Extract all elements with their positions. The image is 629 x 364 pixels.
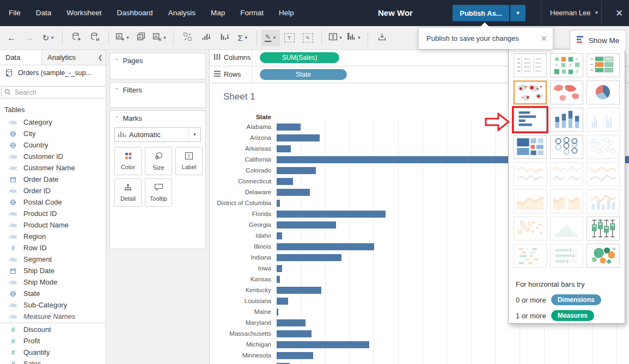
undo-button[interactable]: ← bbox=[2, 30, 21, 46]
bar-minnesota[interactable] bbox=[277, 352, 313, 359]
menu-item-data[interactable]: Data bbox=[28, 0, 59, 26]
menu-item-analysis[interactable]: Analysis bbox=[161, 0, 203, 26]
field-product-name[interactable]: AbcProduct Name bbox=[0, 219, 106, 231]
publish-button-label[interactable]: Publish As... bbox=[453, 5, 509, 21]
bar-arizona[interactable] bbox=[277, 134, 320, 141]
menu-item-help[interactable]: Help bbox=[271, 0, 302, 26]
menu-item-map[interactable]: Map bbox=[203, 0, 233, 26]
pages-card[interactable]: ⌃Pages bbox=[109, 53, 206, 79]
field-segment[interactable]: AbcSegment bbox=[0, 254, 106, 265]
bar-maine[interactable] bbox=[277, 309, 278, 316]
label-button[interactable]: TLabel bbox=[175, 147, 203, 175]
sort-ascending-button[interactable] bbox=[197, 30, 215, 46]
detail-button[interactable]: Detail bbox=[114, 178, 142, 207]
showme-box-and-whisker[interactable] bbox=[587, 217, 620, 240]
menu-item-dashboard[interactable]: Dashboard bbox=[109, 0, 161, 26]
bar-maryland[interactable] bbox=[277, 319, 306, 326]
field-country[interactable]: Country bbox=[0, 139, 106, 151]
showme-highlight-table[interactable] bbox=[550, 53, 583, 77]
field-region[interactable]: AbcRegion bbox=[0, 231, 106, 242]
field-state[interactable]: State bbox=[0, 288, 106, 299]
field-postal-code[interactable]: Postal Code bbox=[0, 196, 106, 208]
collapse-caret-icon[interactable]: ⌃ bbox=[114, 115, 119, 121]
fit-button[interactable]: ▼ bbox=[326, 30, 345, 46]
showme-pie-chart[interactable] bbox=[587, 81, 620, 104]
field-city[interactable]: City bbox=[0, 128, 106, 139]
showme-horizontal-bars[interactable] bbox=[514, 108, 547, 132]
bar-connecticut[interactable] bbox=[277, 178, 293, 185]
showme-packed-bubbles[interactable] bbox=[587, 244, 620, 268]
showme-treemap[interactable] bbox=[514, 135, 547, 159]
add-data-source-button[interactable] bbox=[67, 30, 86, 46]
bar-alabama[interactable] bbox=[277, 124, 301, 131]
field-sub-category[interactable]: AbcSub-Category bbox=[0, 299, 106, 311]
pause-auto-updates-button[interactable] bbox=[86, 30, 104, 46]
showme-stacked-bars[interactable] bbox=[550, 108, 583, 132]
show-mark-labels-button[interactable]: T bbox=[280, 30, 298, 46]
highlight-button[interactable]: ✎▼ bbox=[261, 30, 280, 46]
clear-sheet-button[interactable]: ▼ bbox=[150, 30, 169, 46]
field-order-date[interactable]: Order Date bbox=[0, 174, 106, 185]
download-button[interactable] bbox=[372, 30, 391, 46]
show-me-button[interactable]: Show Me bbox=[570, 30, 626, 50]
field-customer-id[interactable]: AbcCustomer ID bbox=[0, 151, 106, 162]
bar-michigan[interactable] bbox=[277, 341, 369, 348]
swap-rows-columns-button[interactable] bbox=[178, 30, 197, 46]
field-order-id[interactable]: AbcOrder ID bbox=[0, 185, 106, 196]
chevron-down-icon[interactable]: ▼ bbox=[188, 128, 200, 141]
bar-louisiana[interactable] bbox=[277, 298, 288, 305]
field-sales[interactable]: #Sales bbox=[0, 358, 106, 364]
pill-state[interactable]: State bbox=[260, 69, 347, 80]
field-quantity[interactable]: #Quantity bbox=[0, 347, 106, 358]
publish-button[interactable]: Publish As... ▼ bbox=[453, 5, 526, 21]
new-worksheet-button[interactable]: ▼ bbox=[113, 30, 132, 46]
bar-colorado[interactable] bbox=[277, 167, 316, 174]
fix-axes-button[interactable]: ▼ bbox=[345, 30, 363, 46]
field-category[interactable]: AbcCategory bbox=[0, 116, 106, 128]
bar-kansas[interactable] bbox=[277, 276, 280, 283]
bar-florida[interactable] bbox=[277, 211, 386, 218]
search-box[interactable]: ▼ bbox=[1, 86, 106, 98]
mark-type-dropdown[interactable]: Automatic ▼ bbox=[114, 127, 201, 142]
field-row-id[interactable]: #Row ID bbox=[0, 242, 106, 254]
bar-massachusetts[interactable] bbox=[277, 330, 312, 337]
menu-item-format[interactable]: Format bbox=[233, 0, 271, 26]
format-annotations-button[interactable]: ✎ bbox=[298, 30, 317, 46]
chevron-left-icon[interactable]: ❮ bbox=[95, 50, 106, 65]
data-source-item[interactable]: Orders (sample_-_sup... bbox=[0, 65, 106, 80]
bar-district-of-columbia[interactable] bbox=[277, 200, 280, 207]
field-discount[interactable]: #Discount bbox=[0, 324, 106, 335]
duplicate-sheet-button[interactable] bbox=[132, 30, 150, 46]
replay-button[interactable]: ↻▼ bbox=[39, 30, 58, 46]
bar-kentucky[interactable] bbox=[277, 287, 321, 294]
field-customer-name[interactable]: AbcCustomer Name bbox=[0, 162, 106, 174]
bar-arkansas[interactable] bbox=[277, 145, 291, 152]
bar-delaware[interactable] bbox=[277, 189, 310, 196]
showme-symbol-map[interactable] bbox=[514, 81, 547, 104]
tab-analytics[interactable]: Analytics bbox=[41, 50, 95, 65]
bar-georgia[interactable] bbox=[277, 221, 336, 229]
redo-button[interactable]: → bbox=[21, 30, 39, 46]
pill-sum-sales-[interactable]: SUM(Sales) bbox=[260, 52, 339, 63]
tooltip-button[interactable]: Tooltip bbox=[145, 178, 172, 207]
bar-indiana[interactable] bbox=[277, 254, 341, 261]
color-button[interactable]: Color bbox=[114, 147, 142, 175]
size-button[interactable]: Size bbox=[145, 147, 172, 175]
bar-iowa[interactable] bbox=[277, 265, 282, 272]
user-menu[interactable]: Heeman Lee ▼ bbox=[550, 0, 599, 26]
menu-item-worksheet[interactable]: Worksheet bbox=[59, 0, 109, 26]
bar-idaho[interactable] bbox=[277, 232, 282, 239]
collapse-caret-icon[interactable]: ⌃ bbox=[114, 58, 119, 64]
field-ship-date[interactable]: Ship Date bbox=[0, 265, 106, 276]
tab-data[interactable]: Data bbox=[0, 50, 41, 65]
collapse-caret-icon[interactable]: ⌃ bbox=[114, 87, 119, 93]
field-ship-mode[interactable]: AbcShip Mode bbox=[0, 276, 106, 288]
filters-card[interactable]: ⌃Filters bbox=[109, 82, 206, 108]
search-input[interactable] bbox=[14, 88, 103, 97]
totals-button[interactable]: Σ▼ bbox=[234, 30, 252, 46]
field-profit[interactable]: #Profit bbox=[0, 335, 106, 347]
showme-text-table[interactable] bbox=[514, 53, 547, 77]
menu-item-file[interactable]: File bbox=[1, 0, 28, 26]
showme-filled-map[interactable] bbox=[550, 81, 583, 104]
close-icon[interactable]: ✕ bbox=[540, 34, 547, 44]
